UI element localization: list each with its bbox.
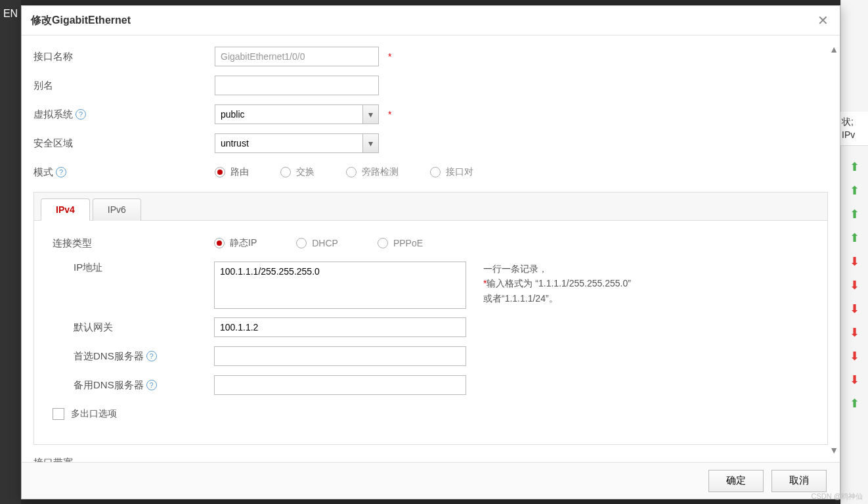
arrow-down-icon: ⬇ — [844, 368, 864, 392]
row-dns1: 首选DNS服务器 ? — [53, 346, 815, 367]
help-icon[interactable]: ? — [56, 167, 66, 177]
label-dns2: 备用DNS服务器 ? — [53, 379, 214, 392]
checkbox-box[interactable] — [53, 408, 64, 420]
label-ip-address: IP地址 — [53, 262, 214, 274]
label-alias: 别名 — [33, 80, 215, 92]
arrow-up-icon: ⬆ — [844, 155, 864, 179]
tab-body-ipv4: 连接类型 静态IP DHCP PPPoE IP地址 一行一条记录， *输入格式为… — [34, 221, 827, 444]
help-icon[interactable]: ? — [146, 351, 157, 361]
checkbox-label: 多出口选项 — [71, 408, 117, 420]
mode-radio-group: 路由 交换 旁路检测 接口对 — [215, 166, 473, 178]
cancel-button[interactable]: 取消 — [771, 470, 827, 492]
scroll-up-icon[interactable]: ▲ — [829, 44, 838, 55]
radio-dhcp[interactable]: DHCP — [296, 238, 338, 248]
close-icon[interactable]: ✕ — [815, 12, 831, 28]
dialog-footer: 确定 取消 — [22, 462, 840, 499]
conn-type-radio-group: 静态IP DHCP PPPoE — [214, 237, 423, 249]
input-dns2[interactable] — [214, 375, 466, 395]
row-gateway: 默认网关 — [53, 317, 815, 338]
label-gateway: 默认网关 — [53, 321, 214, 334]
label-vsys: 虚拟系统 ? — [33, 108, 215, 121]
tabs: IPv4 IPv6 — [34, 193, 827, 221]
arrow-down-icon: ⬇ — [844, 297, 864, 321]
label-zone: 安全区域 — [33, 137, 215, 150]
dialog-header: 修改GigabitEthernet ✕ — [22, 6, 840, 35]
select-zone-value[interactable] — [215, 134, 362, 152]
row-conn-type: 连接类型 静态IP DHCP PPPoE — [53, 233, 815, 254]
row-interface-name: 接口名称 * — [33, 46, 828, 67]
dialog: 修改GigabitEthernet ✕ 接口名称 * 别名 虚拟系统 ? — [21, 5, 840, 499]
chevron-down-icon[interactable]: ▾ — [362, 134, 378, 152]
chevron-down-icon[interactable]: ▾ — [362, 105, 378, 124]
radio-mode-pair[interactable]: 接口对 — [430, 166, 473, 178]
bg-right-header: 状; IPv — [840, 112, 868, 146]
lang-indicator: EN — [3, 8, 18, 19]
radio-mode-switch[interactable]: 交换 — [280, 166, 315, 178]
help-icon[interactable]: ? — [76, 109, 86, 120]
required-mark: * — [388, 109, 391, 120]
label-interface-name: 接口名称 — [33, 51, 215, 63]
row-zone: 安全区域 ▾ — [33, 133, 828, 154]
required-mark: * — [388, 51, 391, 62]
radio-mode-bypass[interactable]: 旁路检测 — [346, 166, 399, 178]
tab-ipv6[interactable]: IPv6 — [93, 198, 141, 221]
row-ip-address: IP地址 一行一条记录， *输入格式为 “1.1.1.1/255.255.255… — [53, 262, 815, 309]
row-alias: 别名 — [33, 75, 828, 96]
row-mode: 模式 ? 路由 交换 旁路检测 接口对 — [33, 162, 828, 183]
row-vsys: 虚拟系统 ? ▾ * — [33, 104, 828, 125]
label-dns1: 首选DNS服务器 ? — [53, 350, 214, 363]
ok-button[interactable]: 确定 — [708, 470, 764, 492]
tab-ipv4[interactable]: IPv4 — [41, 198, 90, 221]
row-dns2: 备用DNS服务器 ? — [53, 375, 815, 396]
scroll-down-icon[interactable]: ▼ — [829, 445, 838, 455]
arrow-up-icon: ⬆ — [844, 202, 864, 226]
label-mode: 模式 ? — [33, 166, 215, 179]
select-vsys[interactable]: ▾ — [215, 104, 379, 124]
arrow-up-icon: ⬆ — [844, 179, 864, 202]
dialog-title: 修改GigabitEthernet — [31, 14, 131, 28]
watermark: CSDN @鸥神仙 — [812, 492, 863, 501]
arrow-down-icon: ⬇ — [844, 250, 864, 273]
input-alias[interactable] — [215, 76, 379, 95]
help-icon[interactable]: ? — [146, 380, 157, 390]
select-vsys-value[interactable] — [215, 105, 362, 124]
ip-hint: 一行一条记录， *输入格式为 “1.1.1.1/255.255.255.0” 或… — [483, 262, 631, 306]
textarea-ip-address[interactable] — [214, 262, 466, 309]
arrow-down-icon: ⬇ — [844, 273, 864, 297]
row-multi-exit: 多出口选项 — [53, 403, 815, 424]
select-zone[interactable]: ▾ — [215, 133, 379, 153]
checkbox-multi-exit[interactable]: 多出口选项 — [53, 408, 117, 420]
arrow-down-icon: ⬇ — [844, 344, 864, 368]
radio-mode-route[interactable]: 路由 — [215, 166, 249, 178]
label-conn-type: 连接类型 — [53, 237, 214, 250]
bg-left-panel: EN — [0, 0, 21, 504]
input-gateway[interactable] — [214, 317, 466, 337]
arrow-up-icon: ⬆ — [844, 226, 864, 250]
input-dns1[interactable] — [214, 346, 466, 366]
input-interface-name — [215, 47, 379, 66]
ip-tab-container: IPv4 IPv6 连接类型 静态IP DHCP PPPoE IP地址 — [33, 192, 828, 445]
radio-static-ip[interactable]: 静态IP — [214, 237, 257, 249]
bg-right-panel: 状; IPv ⬆ ⬆ ⬆ ⬆ ⬇ ⬇ ⬇ ⬇ ⬇ ⬇ ⬆ — [840, 0, 868, 504]
status-arrows: ⬆ ⬆ ⬆ ⬆ ⬇ ⬇ ⬇ ⬇ ⬇ ⬇ ⬆ — [844, 155, 864, 415]
dialog-body: 接口名称 * 别名 虚拟系统 ? ▾ * — [22, 35, 840, 462]
radio-pppoe[interactable]: PPPoE — [378, 238, 423, 248]
label-bandwidth: 接口带宽 — [33, 457, 828, 462]
arrow-up-icon: ⬆ — [844, 392, 864, 415]
arrow-down-icon: ⬇ — [844, 321, 864, 344]
